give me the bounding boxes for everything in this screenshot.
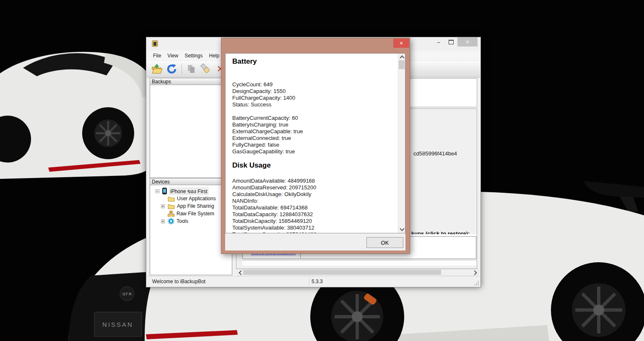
backups-list[interactable] (150, 85, 232, 178)
disk-info-line: TotalSystemCapacity: 2970431488 (232, 231, 398, 233)
disk-info-line: TotalDataCapacity: 12884037632 (232, 211, 398, 218)
disk-info-line: AmountDataAvailable: 484999168 (232, 178, 398, 184)
toolbar-separator (182, 64, 182, 75)
minimize-icon[interactable]: – (432, 37, 445, 46)
device-info-dialog: × Battery CycleCount: 649 DesignCapacity… (221, 38, 410, 254)
dialog-report-view: Battery CycleCount: 649 DesignCapacity: … (225, 53, 405, 233)
tree-item-label: Raw File System (177, 211, 214, 217)
tree-item-label: Tools (177, 218, 188, 224)
tree-item-label: iPhone ของ First (169, 187, 209, 195)
battery-info-line: BatteryCurrentCapacity: 60 (232, 115, 398, 121)
backups-panel-header: Backups (150, 78, 232, 85)
battery-info-line: GasGaugeCapability: true (232, 148, 398, 155)
app-icon (152, 40, 158, 49)
battery-info-line: ExternalConnected: true (232, 135, 398, 142)
dialog-scrollbar-thumb[interactable] (399, 60, 405, 69)
raw-file-system-icon (168, 211, 174, 217)
udid-text-fragment: cd585996f414be4 (413, 150, 457, 157)
menu-view[interactable]: View (167, 53, 178, 59)
folder-icon (168, 204, 175, 209)
dialog-close-icon[interactable]: × (393, 39, 409, 48)
disk-info-line: TotalDataAvailable: 694714368 (232, 204, 398, 211)
disk-usage-section-title: Disk Usage (232, 161, 398, 170)
battery-info-line: FullyCharged: false (232, 142, 398, 148)
iphone-icon (162, 188, 167, 194)
battery-info-line: ExternalChargeCapable: true (232, 128, 398, 135)
devices-tree: iPhone ของ First User Applications App F… (150, 185, 232, 275)
license-plate-text: NISSAN (102, 321, 133, 328)
battery-info-line: CycleCount: 649 (232, 81, 398, 88)
ok-button[interactable]: OK (366, 237, 403, 248)
battery-section-title: Battery (232, 57, 398, 66)
maximize-icon[interactable] (445, 37, 457, 46)
scroll-right-icon[interactable] (472, 270, 477, 275)
status-divider (309, 277, 309, 285)
devices-panel-header: Devices (150, 178, 232, 185)
close-icon[interactable]: × (457, 37, 478, 46)
resize-grip[interactable] (478, 284, 479, 285)
clean-junk-icon[interactable] (200, 63, 212, 75)
menu-help[interactable]: Help (209, 53, 220, 59)
version-label: 5.3.3 (312, 279, 323, 284)
menu-settings[interactable]: Settings (184, 53, 203, 59)
disk-info-line: AmountDataReserved: 209715200 (232, 184, 398, 191)
expand-icon[interactable] (161, 204, 165, 208)
dialog-body: Battery CycleCount: 649 DesignCapacity: … (225, 53, 405, 251)
tree-item-tools[interactable]: Tools (150, 217, 232, 225)
tree-item-app-file-sharing[interactable]: App File Sharing (150, 202, 232, 210)
scroll-up-icon[interactable] (400, 55, 404, 60)
battery-info-line: FullChargeCapacity: 1400 (232, 95, 398, 101)
disk-info-line: CalculateDiskUsage: OkilyDokily (232, 191, 398, 198)
battery-info-line: DesignCapacity: 1550 (232, 88, 398, 95)
menu-file[interactable]: File (153, 53, 161, 59)
dialog-vertical-scrollbar[interactable] (398, 54, 405, 233)
horizontal-scrollbar-thumb[interactable] (243, 270, 441, 275)
tree-item-user-applications[interactable]: User Applications (150, 195, 232, 202)
scroll-left-icon[interactable] (239, 270, 243, 275)
folder-icon (168, 196, 175, 202)
disk-info-line: NANDInfo: (232, 198, 398, 204)
scroll-down-icon[interactable] (400, 226, 404, 231)
disk-info-line: TotalSystemAvailable: 380403712 (232, 225, 398, 231)
tools-gear-icon (168, 218, 174, 225)
dialog-report-text: Battery CycleCount: 649 DesignCapacity: … (226, 54, 398, 233)
tree-item-label: User Applications (177, 196, 216, 202)
tree-item-iphone[interactable]: iPhone ของ First (150, 187, 232, 195)
tree-item-raw-file-system[interactable]: Raw File System (150, 210, 232, 217)
open-backup-folder-icon[interactable] (151, 63, 164, 75)
disk-info-line: TotalDiskCapacity: 15854469120 (232, 218, 398, 225)
expand-icon[interactable] (161, 220, 165, 223)
status-bar: Welcome to iBackupBot 5.3.3 (146, 276, 480, 287)
battery-info-line: Status: Success (232, 101, 398, 108)
gtr-badge-text: GT R (122, 292, 132, 296)
car-front-view (0, 52, 160, 179)
battery-info-line: BatteryIsCharging: true (232, 121, 398, 128)
collapse-icon[interactable] (156, 189, 159, 193)
tree-item-label: App File Sharing (177, 203, 214, 209)
table-bottom-line (242, 260, 476, 260)
status-message: Welcome to iBackupBot (152, 279, 205, 284)
horizontal-scrollbar[interactable] (237, 269, 478, 276)
copy-icon[interactable] (185, 63, 197, 75)
refresh-icon[interactable] (166, 63, 178, 75)
